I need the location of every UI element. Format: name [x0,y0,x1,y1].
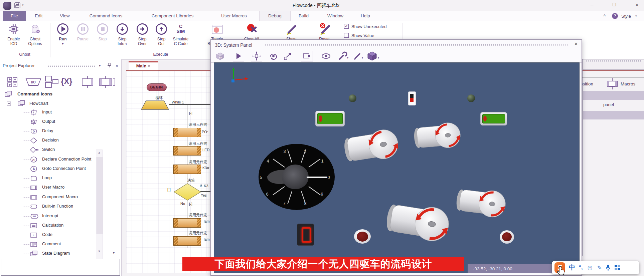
component-tool[interactable] [79,76,96,88]
motor[interactable] [341,123,402,170]
clear-breakpoints-icon[interactable] [246,23,259,35]
component-macro-node[interactable] [173,165,201,174]
macros-tab[interactable]: Macros [621,81,635,86]
run-icon[interactable] [57,23,68,35]
style-caret-icon[interactable]: ▾ [635,14,637,18]
collapse-expander-icon[interactable] [7,101,11,106]
round-led[interactable] [354,229,371,244]
solid-cube-icon[interactable] [367,51,378,61]
collapse-marker[interactable]: [-] [167,188,171,192]
tree-overflow-caret-icon[interactable]: ▾ [113,251,115,255]
paint-brush-icon[interactable] [352,51,362,61]
pan-tool-button[interactable] [251,51,262,61]
close-button[interactable]: ✕ [632,1,642,9]
minimize-button[interactable]: ─ [587,1,597,9]
led-sphere[interactable] [349,94,356,102]
run-button[interactable]: Run▾ [53,37,73,46]
step-out-icon[interactable] [156,23,167,35]
simulate-c-code-button[interactable]: SimulateC Code [169,37,192,46]
show-value-label[interactable]: Show Value [351,33,374,38]
rotary-dial[interactable]: 0 1 2 3 4 5 6 7 8 9 [258,144,335,211]
collapse-ribbon-icon[interactable]: ^ [603,13,606,18]
component-macro-node[interactable] [173,218,201,228]
menu-build[interactable]: Build [295,13,313,20]
ghost-options-button[interactable]: GhostOptions [23,37,47,46]
table-row[interactable] [583,91,644,100]
mic-icon[interactable] [606,264,611,271]
resize-tool-icon[interactable] [283,51,293,61]
rocker-switch[interactable] [408,91,416,105]
menu-user-macros[interactable]: User Macros [215,13,253,20]
menu-debug[interactable]: Debug [259,11,291,21]
enable-icd-icon[interactable] [8,23,19,35]
panel-menu-caret-icon[interactable]: ▾ [99,63,101,68]
quick-access-caret-icon[interactable]: ▾ [22,3,24,7]
punctuation-icon[interactable]: °, [579,264,583,271]
3d-viewport[interactable]: 0 1 2 3 4 5 6 7 8 9 [214,62,580,273]
explorer-scrollbar-thumb[interactable] [97,157,103,234]
collapse-marker[interactable]: [-] [189,111,192,115]
menu-file[interactable]: File [3,11,26,21]
step-out-button[interactable]: StepOut [151,37,171,46]
component-macro-tool[interactable] [98,76,116,88]
show-value-checkbox[interactable] [344,33,349,38]
show-unexecuted-label[interactable]: Show Unexecuted [351,24,387,29]
round-led[interactable] [500,230,514,244]
menu-help[interactable]: Help [356,13,375,20]
toggle-breakpoint-icon[interactable] [211,24,223,35]
chinese-mode-icon[interactable]: 中 [569,263,575,272]
enable-icd-button[interactable]: EnableICD [2,37,25,46]
battery-board[interactable] [315,111,345,126]
visibility-eye-icon[interactable] [320,52,332,60]
step-into-button[interactable]: StepInto ▾ [112,37,132,46]
brush-caret-icon[interactable]: ▾ [362,56,363,59]
menu-edit[interactable]: Edit [31,13,47,20]
scroll-down-icon[interactable]: ▼ [96,250,102,253]
windows-tool[interactable] [44,75,60,89]
tab-main[interactable]: Main × [129,61,158,70]
pin-icon[interactable] [107,63,112,68]
begin-node[interactable]: BEGIN [147,83,167,91]
style-menu[interactable]: Style [621,14,631,19]
3d-panel-close-icon[interactable]: ✕ [574,41,578,46]
scroll-up-icon[interactable]: ▲ [96,151,102,154]
component-macro-node[interactable] [173,236,201,246]
tab-close-icon[interactable]: × [148,63,150,68]
grid-icons-tool[interactable] [7,76,22,87]
menu-component-libraries[interactable]: Component Libraries [143,13,202,20]
panel-close-icon[interactable]: × [116,63,118,68]
pen-icon[interactable]: ✎ [597,264,602,271]
step-into-icon[interactable] [117,23,128,35]
battery-board[interactable] [480,112,507,125]
frame-select-button[interactable] [301,51,313,61]
step-over-button[interactable]: StepOver [132,37,152,46]
table-row[interactable] [583,111,644,119]
panel-drag-handle[interactable] [47,64,96,67]
menu-command-icons[interactable]: Command Icons [82,13,130,20]
menu-view[interactable]: View [55,13,74,20]
show-code-icon[interactable] [286,23,298,36]
seven-segment-display[interactable] [297,224,314,246]
menu-window[interactable]: Window [321,13,349,20]
led-sphere[interactable] [467,94,475,102]
io-tool[interactable]: I/O [25,77,42,87]
collapse-marker[interactable]: [-] [189,202,192,206]
play-simulation-button[interactable] [233,51,244,61]
step-over-icon[interactable] [137,23,148,35]
save-icon[interactable] [14,2,21,9]
simulate-c-code-icon[interactable]: CSIM [172,24,189,34]
component-macro-node[interactable] [173,146,201,156]
keyboard-grid-icon[interactable] [614,265,620,271]
help-icon[interactable]: ? [612,13,618,19]
decision-node[interactable] [174,183,201,201]
motor[interactable] [411,117,464,155]
table-cell-panel[interactable]: panel [603,102,614,107]
tools-wrench-icon[interactable] [337,51,348,61]
right-panel-drag-handle[interactable] [585,60,642,63]
motor[interactable] [448,181,514,224]
ghost-options-icon[interactable] [29,23,41,35]
show-unexecuted-checkbox[interactable]: ✓ [344,24,349,29]
component-macro-node[interactable] [173,128,201,137]
loop-start-node[interactable] [141,100,169,110]
restore-button[interactable]: ❐ [609,1,619,9]
